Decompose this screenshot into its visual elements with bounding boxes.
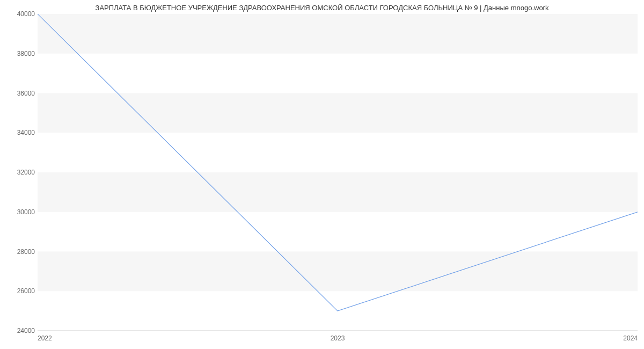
x-tick-label: 2023 <box>321 335 354 341</box>
chart-svg <box>38 14 638 331</box>
y-tick-label: 26000 <box>5 288 35 294</box>
y-tick-label: 28000 <box>5 249 35 255</box>
salary-line-chart: ЗАРПЛАТА В БЮДЖЕТНОЕ УЧРЕЖДЕНИЕ ЗДРАВООХ… <box>0 0 644 349</box>
y-tick-label: 34000 <box>5 129 35 136</box>
x-tick-label: 2024 <box>605 335 638 341</box>
x-tick-label: 2022 <box>38 335 70 341</box>
grid-band <box>38 93 638 133</box>
y-tick-label: 24000 <box>5 328 35 334</box>
y-tick-label: 38000 <box>5 50 35 57</box>
grid-band <box>38 172 638 212</box>
grid-bands <box>38 14 638 291</box>
grid-band <box>38 252 638 292</box>
y-tick-label: 32000 <box>5 169 35 176</box>
grid-band <box>38 14 638 54</box>
y-tick-label: 30000 <box>5 209 35 215</box>
y-tick-label: 36000 <box>5 90 35 97</box>
y-tick-label: 40000 <box>5 11 35 17</box>
plot-area <box>38 14 638 331</box>
chart-title: ЗАРПЛАТА В БЮДЖЕТНОЕ УЧРЕЖДЕНИЕ ЗДРАВООХ… <box>0 4 644 12</box>
